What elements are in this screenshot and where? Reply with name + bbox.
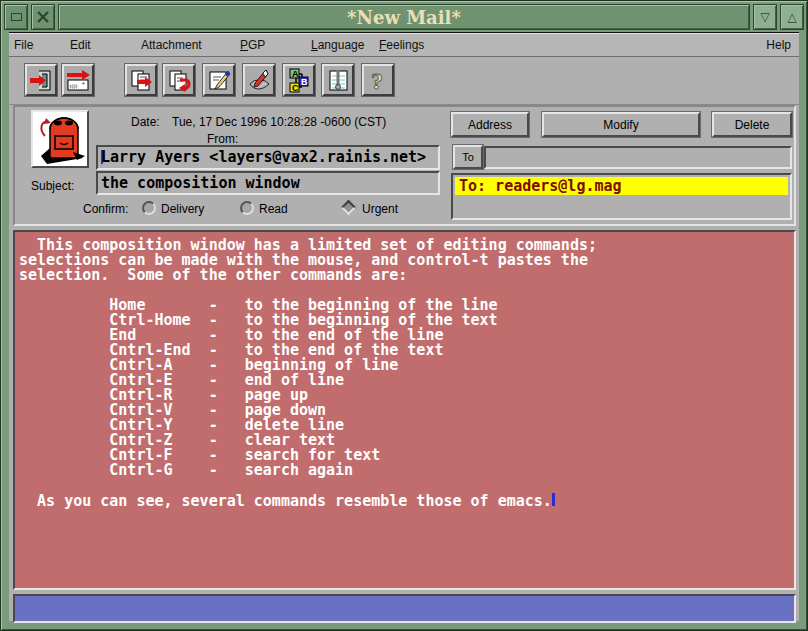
confirm-read-label: Read bbox=[259, 202, 288, 216]
date-label: Date: bbox=[131, 115, 160, 129]
maximize-button[interactable]: △ bbox=[780, 4, 804, 30]
send-button[interactable]: * bbox=[62, 64, 94, 96]
confirm-label: Confirm: bbox=[83, 202, 128, 216]
delete-button[interactable]: Delete bbox=[712, 112, 792, 137]
svg-text:*: * bbox=[82, 81, 85, 88]
message-body-editor[interactable]: This composition window has a limited se… bbox=[13, 230, 796, 590]
titlebar: *New Mail* ▽ △ bbox=[4, 4, 804, 30]
from-label: From: bbox=[207, 132, 238, 146]
status-bar bbox=[13, 594, 796, 623]
alias-book-button[interactable]: A B C bbox=[283, 64, 315, 96]
toolbar: * bbox=[9, 57, 799, 105]
menu-file[interactable]: File bbox=[14, 38, 33, 52]
menu-edit[interactable]: Edit bbox=[70, 38, 91, 52]
menu-pgp[interactable]: PGP bbox=[240, 38, 265, 52]
recipients-list[interactable]: To: readers@lg.mag bbox=[451, 173, 792, 220]
help-button[interactable]: ? bbox=[362, 64, 394, 96]
mailbox-logo bbox=[31, 110, 89, 168]
text-cursor bbox=[552, 493, 555, 506]
notes-button[interactable] bbox=[322, 64, 354, 96]
menubar: File Edit Attachment PGP Language Feelin… bbox=[9, 33, 799, 57]
svg-text:C: C bbox=[292, 83, 299, 93]
window-content: File Edit Attachment PGP Language Feelin… bbox=[9, 32, 799, 621]
svg-text:A: A bbox=[292, 69, 299, 79]
mail-compose-window: *New Mail* ▽ △ File Edit Attachment PGP … bbox=[0, 0, 808, 631]
copy-message-button[interactable] bbox=[125, 64, 157, 96]
message-header-panel: Date: Tue, 17 Dec 1996 10:28:28 -0600 (C… bbox=[13, 105, 796, 226]
mailbox-icon bbox=[33, 112, 87, 166]
minimize-button[interactable] bbox=[4, 4, 28, 30]
message-body-text: This composition window has a limited se… bbox=[15, 232, 794, 509]
minimize-icon bbox=[11, 13, 22, 21]
close-button[interactable] bbox=[31, 4, 55, 30]
modify-button[interactable]: Modify bbox=[542, 112, 700, 137]
window-title: *New Mail* bbox=[58, 4, 750, 30]
close-icon bbox=[36, 10, 50, 24]
copy-message-icon bbox=[129, 68, 154, 93]
address-button[interactable]: Address bbox=[451, 112, 529, 137]
compose-button[interactable] bbox=[203, 64, 235, 96]
menu-feelings[interactable]: Feelings bbox=[379, 38, 424, 52]
svg-text:B: B bbox=[301, 77, 308, 87]
alias-abc-icon: A B C bbox=[287, 68, 312, 93]
confirm-read-radio[interactable] bbox=[240, 201, 254, 215]
recipient-row[interactable]: To: readers@lg.mag bbox=[455, 177, 788, 195]
to-button[interactable]: To bbox=[453, 145, 483, 169]
eraser-icon bbox=[247, 68, 272, 93]
erase-button[interactable] bbox=[243, 64, 275, 96]
confirm-delivery-label: Delivery bbox=[161, 202, 204, 216]
requeue-message-icon bbox=[167, 68, 192, 93]
confirm-delivery-radio[interactable] bbox=[142, 201, 156, 215]
svg-text:?: ? bbox=[371, 68, 383, 93]
subject-label: Subject: bbox=[31, 179, 74, 193]
menu-help[interactable]: Help bbox=[766, 38, 791, 52]
shade-button[interactable]: ▽ bbox=[753, 4, 777, 30]
triangle-down-icon: ▽ bbox=[760, 10, 769, 24]
triangle-up-icon: △ bbox=[787, 10, 796, 24]
menu-attachment[interactable]: Attachment bbox=[141, 38, 202, 52]
compose-pen-icon bbox=[207, 68, 232, 93]
menu-language[interactable]: Language bbox=[311, 38, 364, 52]
door-exit-icon bbox=[29, 68, 54, 93]
date-value: Tue, 17 Dec 1996 10:28:28 -0600 (CST) bbox=[172, 115, 386, 129]
to-input[interactable] bbox=[484, 146, 792, 169]
from-field[interactable]: Larry Ayers <layers@vax2.rainis.net> bbox=[96, 145, 440, 170]
send-mail-icon: * bbox=[66, 68, 91, 93]
notepad-icon bbox=[326, 68, 351, 93]
requeue-message-button[interactable] bbox=[163, 64, 195, 96]
subject-field[interactable]: the composition window bbox=[96, 171, 440, 195]
question-mark-icon: ? bbox=[366, 68, 391, 93]
urgent-label: Urgent bbox=[362, 202, 398, 216]
urgent-toggle[interactable] bbox=[341, 200, 357, 216]
exit-button[interactable] bbox=[25, 64, 57, 96]
